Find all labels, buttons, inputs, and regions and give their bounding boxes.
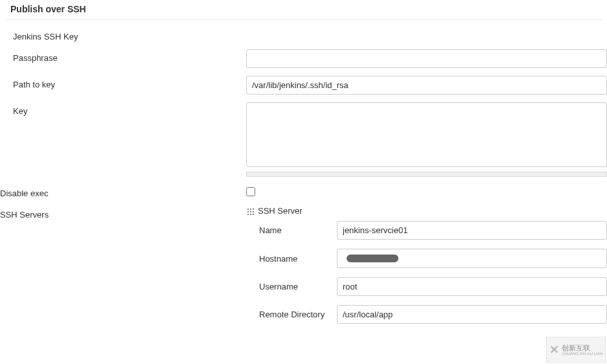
path-to-key-label: Path to key (13, 76, 246, 89)
disable-exec-label: Disable exec (0, 185, 246, 198)
server-remote-dir-row: Remote Directory (259, 305, 607, 324)
key-row: Key (13, 102, 607, 177)
server-hostname-row: Hostname (259, 249, 607, 268)
ssh-server-header: SSH Server (246, 206, 607, 216)
divider (6, 19, 603, 20)
disable-exec-row: Disable exec (0, 185, 607, 198)
server-name-input[interactable] (337, 221, 607, 240)
jenkins-ssh-key-row: Jenkins SSH Key (13, 28, 607, 41)
key-textarea[interactable] (246, 102, 607, 167)
server-remote-dir-label: Remote Directory (259, 310, 337, 319)
ssh-servers-row: SSH Servers SSH Server Name Hostname (0, 206, 607, 333)
drag-handle-icon[interactable] (246, 207, 254, 215)
server-username-label: Username (259, 282, 337, 291)
ssh-servers-label: SSH Servers (0, 206, 246, 220)
server-name-label: Name (259, 225, 337, 235)
key-label: Key (13, 102, 246, 116)
server-username-input[interactable] (337, 277, 607, 296)
path-to-key-input[interactable] (246, 76, 607, 95)
server-remote-dir-input[interactable] (337, 305, 607, 324)
watermark-sub: CHUANG XIN HU LIAN (562, 352, 602, 356)
section-title: Publish over SSH (0, 0, 607, 19)
watermark: ✕ 创新互联 CHUANG XIN HU LIAN (546, 337, 606, 363)
passphrase-input[interactable] (246, 49, 607, 68)
path-to-key-row: Path to key (13, 76, 607, 95)
server-hostname-label: Hostname (259, 254, 337, 264)
server-username-row: Username (259, 277, 607, 296)
watermark-brand: 创新互联 (562, 344, 602, 352)
jenkins-ssh-key-label: Jenkins SSH Key (13, 28, 246, 41)
watermark-icon: ✕ (549, 343, 559, 357)
ssh-server-title: SSH Server (258, 206, 303, 216)
server-hostname-input[interactable] (337, 249, 607, 268)
passphrase-label: Passphrase (13, 49, 246, 63)
redacted-hostname (347, 255, 398, 262)
passphrase-row: Passphrase (13, 49, 607, 68)
disable-exec-checkbox[interactable] (246, 187, 255, 196)
server-name-row: Name (259, 221, 607, 240)
textarea-resize-hint (246, 172, 607, 177)
